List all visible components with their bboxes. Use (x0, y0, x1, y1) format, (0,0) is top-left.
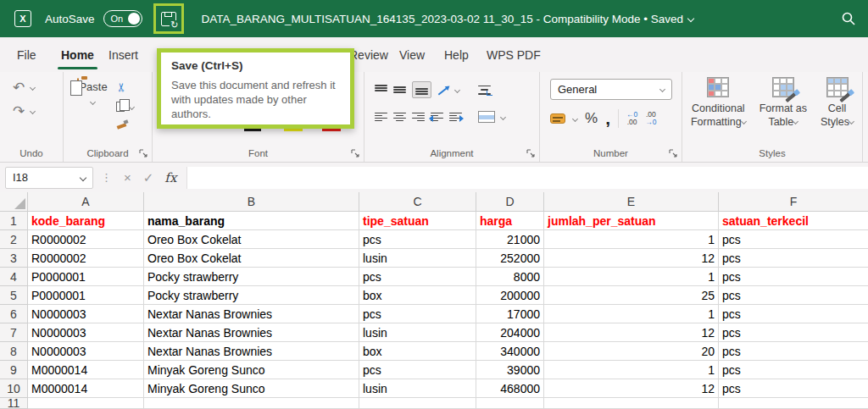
cell[interactable]: pcs (719, 305, 868, 323)
cell[interactable]: box (359, 286, 476, 305)
number-dialog-launcher-icon[interactable] (669, 149, 677, 158)
name-box[interactable]: I18 (5, 167, 93, 189)
cell[interactable]: 468000 (476, 379, 544, 398)
clipboard-dialog-launcher-icon[interactable] (139, 149, 147, 158)
align-bottom-selected[interactable] (412, 81, 431, 98)
cell[interactable]: pcs (719, 361, 868, 379)
search-icon[interactable] (841, 11, 856, 26)
copy-dropdown-icon[interactable] (129, 103, 135, 109)
cell[interactable]: 340000 (476, 342, 544, 361)
row-number[interactable]: 8 (0, 342, 28, 361)
cell[interactable]: tipe_satuan (359, 212, 476, 230)
cell[interactable]: Pocky strawberry (144, 268, 359, 286)
cell[interactable]: harga (476, 212, 544, 230)
decrease-decimal-icon[interactable]: .00 →0 (645, 111, 656, 126)
align-top-icon[interactable] (375, 85, 387, 95)
paste-dropdown-icon[interactable] (89, 99, 95, 105)
column-header-f[interactable]: F (719, 192, 868, 212)
row-number[interactable]: 6 (0, 305, 28, 323)
cell[interactable]: pcs (359, 305, 476, 323)
cell[interactable]: jumlah_per_satuan (544, 212, 719, 230)
cell[interactable]: pcs (719, 342, 868, 361)
cell[interactable]: 1 (544, 361, 719, 379)
copy-icon[interactable] (116, 102, 125, 112)
cell[interactable]: Nextar Nanas Brownies (144, 323, 359, 342)
wrap-text-icon[interactable] (478, 86, 491, 95)
cell[interactable]: Minyak Goreng Sunco (144, 379, 359, 398)
cell[interactable]: pcs (359, 230, 476, 249)
cell[interactable]: 12 (544, 379, 719, 398)
cell[interactable]: 25 (544, 286, 719, 305)
row-number[interactable]: 2 (0, 230, 28, 249)
cell[interactable]: M0000014 (28, 379, 144, 398)
cell[interactable]: 21000 (476, 230, 544, 249)
row-number[interactable]: 3 (0, 249, 28, 268)
redo-dropdown-icon[interactable] (30, 108, 36, 114)
cell[interactable]: N0000003 (28, 305, 144, 323)
tab-view[interactable]: View (399, 37, 425, 72)
orientation-icon[interactable] (437, 85, 449, 95)
font-dialog-launcher-icon[interactable] (351, 149, 359, 158)
cell[interactable]: 1 (544, 305, 719, 323)
align-center-icon[interactable] (393, 113, 406, 122)
cell[interactable]: pcs (719, 249, 868, 268)
increase-decimal-icon[interactable]: ←0 .00 (626, 111, 637, 126)
cell[interactable]: lusin (359, 323, 476, 342)
cell[interactable]: lusin (359, 249, 476, 268)
cell[interactable]: N0000003 (28, 342, 144, 361)
cell[interactable] (28, 398, 144, 409)
cell[interactable]: Minyak Goreng Sunco (144, 361, 359, 379)
percent-style-icon[interactable]: % (585, 110, 598, 127)
insert-function-button[interactable]: fx (164, 170, 176, 185)
align-left-icon[interactable] (375, 113, 387, 122)
save-button[interactable]: ↻ (161, 12, 176, 26)
cell[interactable]: lusin (359, 379, 476, 398)
column-header-e[interactable]: E (544, 192, 719, 212)
format-as-table-button[interactable]: Format as Table (760, 77, 807, 129)
row-number[interactable]: 5 (0, 286, 28, 305)
cell[interactable] (359, 398, 476, 409)
cell[interactable] (719, 398, 868, 409)
cell[interactable]: Nextar Nanas Brownies (144, 342, 359, 361)
cell[interactable]: P0000001 (28, 286, 144, 305)
undo-dropdown-icon[interactable] (30, 85, 36, 91)
cell[interactable]: pcs (719, 230, 868, 249)
cell[interactable]: 17000 (476, 305, 544, 323)
cut-icon[interactable]: ✂ (114, 82, 128, 92)
cell[interactable]: P0000001 (28, 268, 144, 286)
tab-home[interactable]: Home (61, 37, 94, 72)
comma-style-icon[interactable]: , (605, 114, 610, 123)
accounting-dropdown-icon[interactable] (572, 115, 578, 121)
cell[interactable]: pcs (359, 268, 476, 286)
cell[interactable]: 1 (544, 268, 719, 286)
undo-icon[interactable]: ↶ (13, 80, 25, 95)
cell[interactable]: box (359, 342, 476, 361)
cell[interactable]: N0000003 (28, 323, 144, 342)
cell[interactable]: 204000 (476, 323, 544, 342)
tab-file[interactable]: File (17, 37, 36, 72)
merge-center-icon[interactable] (478, 111, 495, 123)
increase-indent-icon[interactable] (449, 113, 462, 122)
cell[interactable]: R0000002 (28, 249, 144, 268)
align-middle-icon[interactable] (393, 85, 406, 95)
cell[interactable]: kode_barang (28, 212, 144, 230)
cell[interactable]: R0000002 (28, 230, 144, 249)
row-number[interactable]: 11 (0, 398, 28, 409)
cell[interactable]: pcs (719, 323, 868, 342)
orientation-dropdown-icon[interactable] (454, 86, 460, 92)
cell[interactable]: Nextar Nanas Brownies (144, 305, 359, 323)
cell[interactable]: 252000 (476, 249, 544, 268)
column-header-b[interactable]: B (144, 192, 359, 212)
align-right-icon[interactable] (412, 113, 425, 122)
accounting-format-icon[interactable] (550, 113, 565, 124)
select-all-corner[interactable] (0, 192, 28, 212)
tab-insert[interactable]: Insert (108, 37, 138, 72)
cell[interactable]: pcs (719, 379, 868, 398)
cell[interactable]: M0000014 (28, 361, 144, 379)
cell[interactable]: 200000 (476, 286, 544, 305)
redo-icon[interactable]: ↷ (13, 104, 25, 119)
tab-wps-pdf[interactable]: WPS PDF (487, 37, 541, 72)
number-format-select[interactable]: General (550, 79, 672, 100)
chevron-down-icon[interactable] (687, 15, 694, 22)
cell[interactable]: 8000 (476, 268, 544, 286)
